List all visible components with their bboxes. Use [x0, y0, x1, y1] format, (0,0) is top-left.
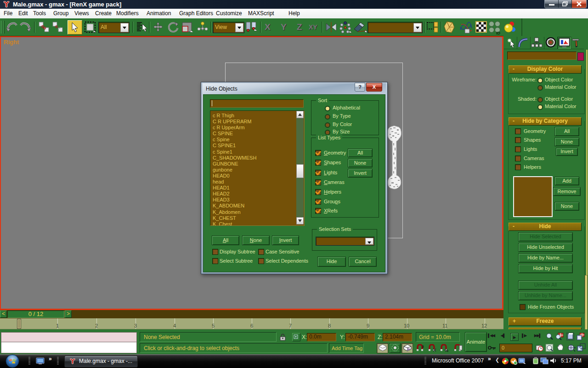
- svg-text:ID: ID: [496, 31, 501, 34]
- svg-text:3: 3: [422, 345, 424, 349]
- svg-text:%: %: [445, 348, 448, 352]
